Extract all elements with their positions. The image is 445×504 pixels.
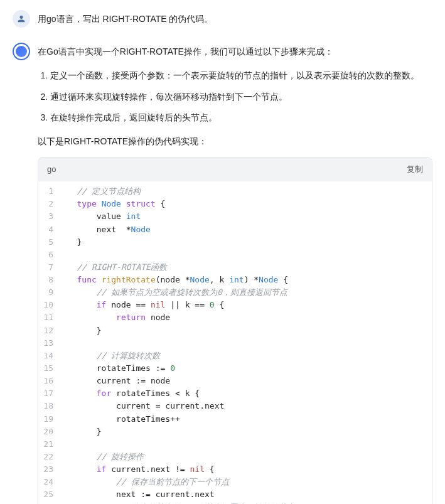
line-number: 20 <box>38 426 62 438</box>
list-item: 在旋转操作完成后，返回旋转后的头节点。 <box>50 110 432 126</box>
code-block: go 复制 1 // 定义节点结构2 type Node struct {3 v… <box>38 157 432 504</box>
user-avatar <box>13 10 30 28</box>
line-number: 7 <box>38 261 62 274</box>
line-content <box>62 337 432 350</box>
code-line: 9 // 如果节点为空或者旋转次数为0，则直接返回节点 <box>38 286 432 299</box>
line-content: value int <box>62 210 432 223</box>
code-line: 25 next := current.next <box>38 488 432 501</box>
line-content: // 保存当前节点的下一个节点 <box>62 476 432 488</box>
bot-subhead: 以下是RIGHT-ROTATE操作的伪代码实现： <box>38 134 432 149</box>
copy-button[interactable]: 复制 <box>407 163 423 176</box>
code-line: 17 for rotateTimes < k { <box>38 387 432 400</box>
line-number: 8 <box>38 274 62 286</box>
code-line: 19 rotateTimes++ <box>38 413 432 426</box>
line-number: 3 <box>38 210 62 223</box>
line-number: 24 <box>38 476 62 488</box>
code-line: 8 func rightRotate(node *Node, k int) *N… <box>38 274 432 286</box>
line-content: // 计算旋转次数 <box>62 350 432 362</box>
user-icon <box>16 14 26 24</box>
code-line: 15 rotateTimes := 0 <box>38 362 432 375</box>
line-content <box>62 438 432 451</box>
line-content: return node <box>62 311 432 324</box>
code-line: 16 current := node <box>38 375 432 387</box>
line-content <box>62 249 432 261</box>
line-number: 6 <box>38 249 62 261</box>
line-number: 10 <box>38 299 62 311</box>
line-number: 23 <box>38 463 62 476</box>
line-content: current := node <box>62 375 432 387</box>
line-number: 21 <box>38 438 62 451</box>
line-content: func rightRotate(node *Node, k int) *Nod… <box>62 274 432 286</box>
line-number: 15 <box>38 362 62 375</box>
code-line: 24 // 保存当前节点的下一个节点 <box>38 476 432 488</box>
line-content: // 将当前节点的下一个节点设置为要旋转的节点 <box>62 501 432 504</box>
step-list: 定义一个函数，接受两个参数：一个表示要旋转的节点的指针，以及表示要旋转的次数的整… <box>50 68 432 126</box>
code-line: 4 next *Node <box>38 223 432 236</box>
code-line: 12 } <box>38 324 432 337</box>
line-content: // RIGHT-ROTATE函数 <box>62 261 432 274</box>
line-content: } <box>62 236 432 249</box>
code-line: 26 // 将当前节点的下一个节点设置为要旋转的节点 <box>38 501 432 504</box>
line-content: } <box>62 426 432 438</box>
line-number: 4 <box>38 223 62 236</box>
line-number: 16 <box>38 375 62 387</box>
bot-swirl-icon <box>16 46 27 57</box>
line-content: // 如果节点为空或者旋转次数为0，则直接返回节点 <box>62 286 432 299</box>
bot-intro: 在Go语言中实现一个RIGHT-ROTATE操作，我们可以通过以下步骤来完成： <box>38 45 432 60</box>
bot-message: 在Go语言中实现一个RIGHT-ROTATE操作，我们可以通过以下步骤来完成： … <box>0 33 445 504</box>
line-content: // 旋转操作 <box>62 451 432 463</box>
line-number: 19 <box>38 413 62 426</box>
line-number: 26 <box>38 501 62 504</box>
line-content: rotateTimes := 0 <box>62 362 432 375</box>
line-number: 11 <box>38 311 62 324</box>
code-line: 21 <box>38 438 432 451</box>
line-number: 2 <box>38 198 62 210</box>
code-line: 23 if current.next != nil { <box>38 463 432 476</box>
user-prompt: 用go语言，写出 RIGHT-ROTATE 的伪代码。 <box>38 10 432 28</box>
line-content: for rotateTimes < k { <box>62 387 432 400</box>
line-number: 13 <box>38 337 62 350</box>
bot-body: 在Go语言中实现一个RIGHT-ROTATE操作，我们可以通过以下步骤来完成： … <box>38 43 432 504</box>
list-item: 定义一个函数，接受两个参数：一个表示要旋转的节点的指针，以及表示要旋转的次数的整… <box>50 68 432 83</box>
user-message: 用go语言，写出 RIGHT-ROTATE 的伪代码。 <box>0 0 445 33</box>
line-content: if current.next != nil { <box>62 463 432 476</box>
code-line: 13 <box>38 337 432 350</box>
code-line: 14 // 计算旋转次数 <box>38 350 432 362</box>
code-line: 7 // RIGHT-ROTATE函数 <box>38 261 432 274</box>
line-number: 1 <box>38 185 62 198</box>
code-header: go 复制 <box>38 158 432 181</box>
line-content: next *Node <box>62 223 432 236</box>
bot-avatar <box>13 43 30 60</box>
line-content: // 定义节点结构 <box>62 185 432 198</box>
line-number: 17 <box>38 387 62 400</box>
line-number: 25 <box>38 488 62 501</box>
code-line: 5 } <box>38 236 432 249</box>
line-number: 5 <box>38 236 62 249</box>
line-content: if node == nil || k == 0 { <box>62 299 432 311</box>
line-content: } <box>62 324 432 337</box>
code-line: 20 } <box>38 426 432 438</box>
line-number: 14 <box>38 350 62 362</box>
line-content: next := current.next <box>62 488 432 501</box>
code-line: 11 return node <box>38 311 432 324</box>
code-line: 3 value int <box>38 210 432 223</box>
line-content: rotateTimes++ <box>62 413 432 426</box>
line-number: 9 <box>38 286 62 299</box>
list-item: 通过循环来实现旋转操作，每次循环移动指针到下一个节点。 <box>50 90 432 105</box>
line-number: 18 <box>38 400 62 412</box>
code-line: 18 current = current.next <box>38 400 432 412</box>
code-line: 2 type Node struct { <box>38 198 432 210</box>
line-content: current = current.next <box>62 400 432 412</box>
code-line: 22 // 旋转操作 <box>38 451 432 463</box>
line-content: type Node struct { <box>62 198 432 210</box>
code-body: 1 // 定义节点结构2 type Node struct {3 value i… <box>38 181 432 504</box>
line-number: 12 <box>38 324 62 337</box>
code-line: 1 // 定义节点结构 <box>38 185 432 198</box>
line-number: 22 <box>38 451 62 463</box>
code-line: 10 if node == nil || k == 0 { <box>38 299 432 311</box>
code-line: 6 <box>38 249 432 261</box>
code-lang-label: go <box>47 163 56 176</box>
